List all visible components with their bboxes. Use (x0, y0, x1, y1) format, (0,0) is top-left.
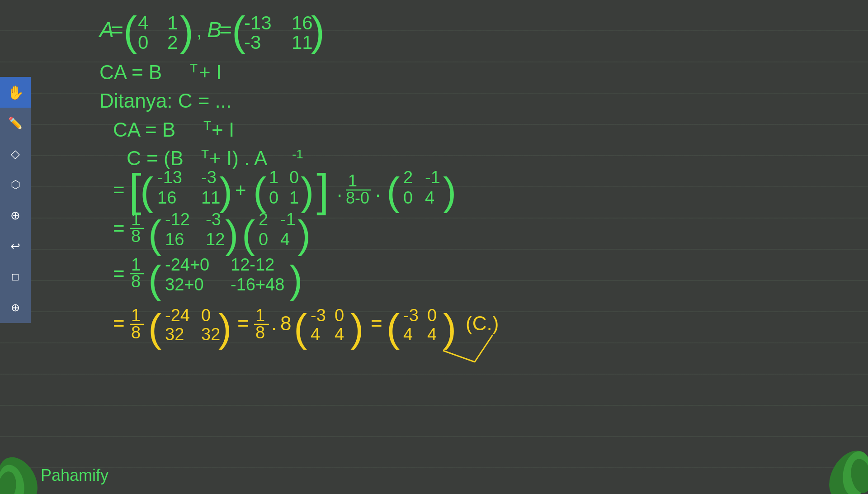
svg-text:0: 0 (289, 168, 299, 187)
svg-text:1: 1 (269, 168, 278, 187)
svg-text:-13: -13 (157, 168, 182, 187)
svg-text:(: ( (232, 9, 245, 54)
svg-text:+: + (235, 180, 246, 201)
svg-text:=: = (237, 312, 249, 334)
pahamify-logo: Pahamify (41, 466, 108, 485)
svg-text:): ) (225, 212, 238, 256)
svg-text:=: = (113, 179, 125, 201)
square-tool[interactable]: □ (0, 261, 31, 292)
svg-text:1: 1 (167, 12, 178, 33)
svg-text:16: 16 (165, 230, 184, 249)
svg-text:): ) (218, 305, 231, 350)
svg-text:-12: -12 (165, 210, 190, 229)
lined-background (0, 0, 868, 494)
diamond-tool[interactable]: ◇ (0, 138, 31, 169)
svg-text:Ditanya: C = ...: Ditanya: C = ... (99, 90, 231, 112)
hand-tool[interactable]: ✋ (0, 77, 31, 108)
svg-text:.: . (375, 179, 381, 201)
svg-text:1: 1 (131, 255, 141, 274)
svg-text:(: ( (140, 169, 153, 214)
svg-text:4: 4 (335, 325, 344, 344)
svg-line-112 (475, 335, 493, 362)
pen-tool[interactable]: ✏️ (0, 108, 31, 138)
svg-text:=: = (111, 18, 123, 42)
svg-text:): ) (443, 305, 456, 350)
svg-text:-1: -1 (292, 147, 303, 161)
svg-text:(: ( (253, 169, 266, 214)
crosshair-tool[interactable]: ⊕ (0, 200, 31, 231)
svg-text:2: 2 (403, 168, 413, 187)
eraser-tool[interactable]: ⬡ (0, 169, 31, 200)
svg-text:11: 11 (292, 32, 313, 53)
svg-text:(: ( (242, 212, 255, 256)
svg-text:=: = (113, 262, 125, 285)
svg-text:-24: -24 (165, 306, 190, 325)
svg-text:0: 0 (427, 306, 437, 325)
svg-text:T: T (201, 147, 209, 161)
svg-text:=: = (113, 217, 125, 239)
svg-text:B: B (207, 18, 222, 42)
svg-text:4: 4 (280, 230, 290, 249)
svg-text:(: ( (148, 212, 161, 256)
svg-text:-3: -3 (403, 306, 419, 325)
svg-text:32+0: 32+0 (165, 275, 204, 294)
svg-text:4: 4 (425, 188, 434, 207)
svg-text:-3: -3 (244, 32, 261, 53)
svg-text:32: 32 (165, 325, 184, 344)
svg-text:8: 8 (280, 312, 291, 334)
svg-text:(: ( (148, 257, 161, 302)
svg-text:32: 32 (201, 325, 220, 344)
svg-text:.: . (271, 312, 277, 334)
svg-text:CA = B: CA = B (99, 61, 162, 83)
svg-text:.: . (337, 179, 342, 201)
svg-text:+ I) . A: + I) . A (209, 147, 268, 169)
svg-text:=: = (219, 18, 232, 42)
svg-text:=: = (371, 312, 382, 334)
svg-text:(: ( (387, 305, 400, 350)
svg-text:): ) (350, 305, 363, 350)
svg-text:1: 1 (289, 188, 299, 207)
svg-text:-13: -13 (244, 12, 272, 33)
zoom-in-button[interactable]: ⊕ (0, 292, 31, 323)
svg-text:(: ( (148, 305, 161, 350)
svg-text:[: [ (129, 165, 142, 215)
svg-line-111 (443, 351, 475, 362)
toolbar: ✋ ✏️ ◇ ⬡ ⊕ ↩ □ ⊕ (0, 77, 31, 323)
svg-text:): ) (289, 257, 302, 302)
svg-text:1: 1 (131, 306, 141, 325)
svg-text:8: 8 (131, 272, 141, 291)
svg-text:C = (B: C = (B (127, 147, 184, 169)
svg-text:-3: -3 (201, 168, 217, 187)
svg-text:0: 0 (259, 230, 268, 249)
svg-text:0: 0 (201, 306, 211, 325)
svg-text:0: 0 (403, 188, 413, 207)
svg-text:8-0: 8-0 (346, 189, 369, 207)
undo-button[interactable]: ↩ (0, 231, 31, 261)
svg-text:): ) (180, 9, 193, 54)
svg-text:+ I: + I (212, 119, 234, 141)
svg-text:4: 4 (403, 325, 413, 344)
leaf-bottom-left (0, 435, 59, 494)
svg-text:-3: -3 (206, 210, 221, 229)
svg-text:0: 0 (269, 188, 278, 207)
svg-text:-1: -1 (280, 210, 296, 229)
svg-text:4: 4 (138, 12, 148, 33)
leaf-bottom-right (796, 422, 868, 494)
svg-text:(: ( (294, 305, 307, 350)
svg-text:+ I: + I (199, 61, 222, 83)
svg-text:CA = B: CA = B (113, 119, 175, 141)
svg-text:8: 8 (131, 227, 141, 246)
svg-text:T: T (190, 61, 198, 75)
svg-text:0: 0 (138, 32, 148, 53)
svg-text:): ) (311, 9, 325, 54)
svg-text:(: ( (387, 169, 400, 214)
svg-text:1: 1 (255, 306, 265, 325)
svg-text:): ) (301, 169, 314, 214)
svg-text:12-12: 12-12 (231, 255, 274, 274)
svg-text:): ) (443, 169, 456, 214)
svg-text:8: 8 (255, 323, 265, 342)
svg-text:-24+0: -24+0 (165, 255, 209, 274)
svg-text:12: 12 (206, 230, 225, 249)
svg-text:]: ] (316, 165, 329, 215)
svg-text:2: 2 (259, 210, 268, 229)
